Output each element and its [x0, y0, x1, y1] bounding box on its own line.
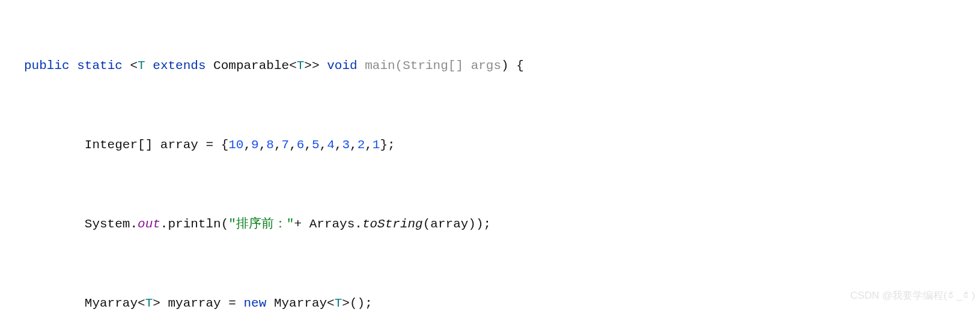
number-literal: 10	[228, 138, 243, 152]
code-editor[interactable]: public static <T extends Comparable<T>> …	[0, 0, 980, 312]
type-param-T: T	[297, 59, 305, 73]
code-text: + Arrays.	[294, 217, 362, 231]
field-out: out	[138, 217, 160, 231]
type-param-T: T	[138, 59, 145, 73]
code-line: System.out.println("排序前："+ Arrays.toStri…	[24, 211, 980, 238]
brace-open: ) {	[501, 59, 524, 73]
angle-close: >>	[304, 59, 319, 73]
keyword-static: static	[77, 59, 123, 73]
number-literal: 4	[327, 138, 335, 152]
type-comparable: Comparable	[213, 59, 289, 73]
code-line: public static <T extends Comparable<T>> …	[24, 53, 980, 79]
number-literal: 1	[373, 138, 380, 152]
comma: ,	[304, 138, 312, 152]
comma: ,	[365, 138, 373, 152]
code-text: (array));	[423, 217, 491, 231]
code-text: Myarray<	[24, 296, 145, 310]
comma: ,	[350, 138, 358, 152]
comma: ,	[320, 138, 327, 152]
keyword-void: void	[320, 59, 358, 73]
type-param-T: T	[145, 296, 153, 310]
paren-params: (String[]	[395, 59, 471, 73]
method-tostring: toString	[362, 217, 423, 231]
number-literal: 3	[342, 138, 350, 152]
keyword-extends: extends	[145, 59, 213, 73]
number-literal: 9	[251, 138, 259, 152]
code-text: .println(	[160, 217, 228, 231]
comma: ,	[274, 138, 282, 152]
code-text: > myarray =	[153, 296, 243, 310]
comma: ,	[289, 138, 297, 152]
type-param-T: T	[335, 296, 342, 310]
keyword-public: public	[24, 59, 70, 73]
comma: ,	[259, 138, 267, 152]
code-text: System.	[24, 217, 138, 231]
angle-open: <	[289, 59, 297, 73]
code-text: };	[380, 138, 395, 152]
number-list: 10,9,8,7,6,5,4,3,2,1	[228, 138, 380, 152]
string-literal: "排序前："	[228, 217, 294, 231]
param-args: args	[471, 59, 501, 73]
code-text: Integer[] array = {	[24, 138, 228, 152]
code-line: Integer[] array = {10,9,8,7,6,5,4,3,2,1}…	[24, 132, 980, 158]
method-main: main	[358, 59, 395, 73]
keyword-new: new	[243, 296, 266, 310]
number-literal: 8	[266, 138, 274, 152]
number-literal: 5	[312, 138, 320, 152]
number-literal: 2	[358, 138, 365, 152]
number-literal: 6	[297, 138, 305, 152]
comma: ,	[243, 138, 251, 152]
number-literal: 7	[282, 138, 290, 152]
code-line: Myarray<T> myarray = new Myarray<T>();	[24, 290, 980, 312]
code-text: >();	[342, 296, 372, 310]
code-text: Myarray<	[266, 296, 334, 310]
angle-open: <	[130, 59, 138, 73]
comma: ,	[335, 138, 342, 152]
